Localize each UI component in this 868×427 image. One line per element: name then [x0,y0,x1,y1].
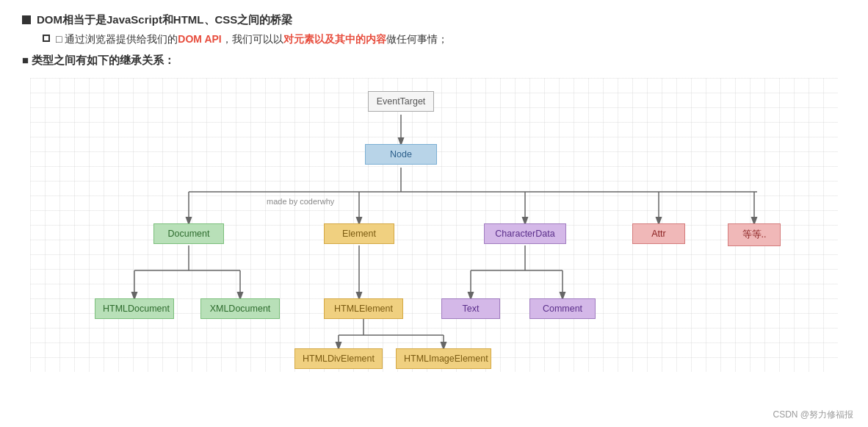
sub-bullet-1: □ 通过浏览器提供给我们的DOM API，我们可以以对元素以及其中的内容做任何事… [43,33,846,46]
node-xml-document: XMLDocument [200,298,280,319]
node-comment: Comment [529,298,596,319]
node-node: Node [365,144,437,165]
node-etc: 等等.. [728,223,781,246]
node-html-image-element: HTMLImageElement [396,348,491,369]
sub-square-1 [43,35,50,42]
node-event-target: EventTarget [368,91,434,112]
heading2-text: ■ 类型之间有如下的继承关系： [22,54,175,68]
heading1: DOM相当于是JavaScript和HTML、CSS之间的桥梁 [22,13,846,27]
node-document: Document [153,223,224,244]
node-element: Element [324,223,394,244]
sub1-suffix: 做任何事情； [386,33,448,45]
node-text: Text [441,298,500,319]
footer-text: CSDN @努力修福报 [773,409,853,420]
node-attr: Attr [632,223,685,244]
node-html-div-element: HTMLDivElement [294,348,383,369]
node-character-data: CharacterData [484,223,566,244]
inheritance-diagram: EventTarget Node Document Element Charac… [30,78,838,372]
node-html-document: HTMLDocument [95,298,174,319]
sub1-content: □ 通过浏览器提供给我们的DOM API，我们可以以对元素以及其中的内容做任何事… [56,33,448,46]
diagram-lines [30,78,838,372]
sub1-prefix: □ 通过浏览器提供给我们的 [56,33,178,45]
heading1-text: DOM相当于是JavaScript和HTML、CSS之间的桥梁 [37,13,292,27]
node-html-element: HTMLElement [324,298,403,319]
bullet-square-1 [22,15,31,24]
watermark: made by coderwhy [267,197,334,206]
sub1-middle: ，我们可以以 [222,33,283,45]
heading2: ■ 类型之间有如下的继承关系： [22,54,846,68]
footer: CSDN @努力修福报 [773,409,853,421]
sub1-highlight2: 对元素以及其中的内容 [283,33,386,45]
sub1-highlight1: DOM API [178,33,221,45]
